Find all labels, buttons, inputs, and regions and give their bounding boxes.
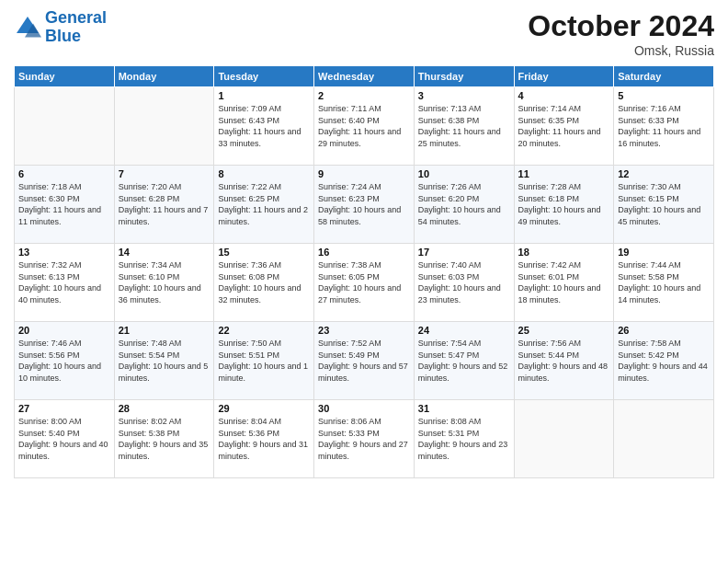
calendar-week-row: 20Sunrise: 7:46 AMSunset: 5:56 PMDayligh… <box>15 322 714 400</box>
calendar-cell: 8Sunrise: 7:22 AMSunset: 6:25 PMDaylight… <box>214 166 314 244</box>
day-info: Sunrise: 8:02 AMSunset: 5:38 PMDaylight:… <box>119 416 210 462</box>
day-info: Sunrise: 7:50 AMSunset: 5:51 PMDaylight:… <box>218 338 310 384</box>
day-number: 12 <box>618 168 710 179</box>
calendar-cell: 22Sunrise: 7:50 AMSunset: 5:51 PMDayligh… <box>214 322 314 400</box>
day-number: 20 <box>18 325 110 336</box>
day-number: 22 <box>218 325 310 336</box>
day-info: Sunrise: 7:40 AMSunset: 6:03 PMDaylight:… <box>418 259 510 305</box>
calendar-table: SundayMondayTuesdayWednesdayThursdayFrid… <box>14 65 714 478</box>
day-number: 26 <box>618 325 710 336</box>
day-info: Sunrise: 7:56 AMSunset: 5:44 PMDaylight:… <box>518 338 610 384</box>
calendar-cell: 6Sunrise: 7:18 AMSunset: 6:30 PMDaylight… <box>15 166 115 244</box>
day-number: 27 <box>18 403 110 414</box>
calendar-cell: 2Sunrise: 7:11 AMSunset: 6:40 PMDaylight… <box>314 87 415 166</box>
title-block: October 2024 Omsk, Russia <box>528 9 714 58</box>
day-info: Sunrise: 7:48 AMSunset: 5:54 PMDaylight:… <box>119 338 210 384</box>
day-info: Sunrise: 7:38 AMSunset: 6:05 PMDaylight:… <box>318 259 410 305</box>
calendar-cell: 1Sunrise: 7:09 AMSunset: 6:43 PMDaylight… <box>214 87 314 166</box>
calendar-cell: 17Sunrise: 7:40 AMSunset: 6:03 PMDayligh… <box>414 244 514 322</box>
day-info: Sunrise: 7:32 AMSunset: 6:13 PMDaylight:… <box>18 259 110 305</box>
calendar-cell: 15Sunrise: 7:36 AMSunset: 6:08 PMDayligh… <box>214 244 314 322</box>
day-info: Sunrise: 7:30 AMSunset: 6:15 PMDaylight:… <box>618 181 710 227</box>
day-number: 15 <box>218 247 310 258</box>
day-info: Sunrise: 7:16 AMSunset: 6:33 PMDaylight:… <box>618 103 710 149</box>
day-info: Sunrise: 7:58 AMSunset: 5:42 PMDaylight:… <box>618 338 710 384</box>
calendar-header-sunday: Sunday <box>15 66 115 87</box>
day-number: 17 <box>418 247 510 258</box>
day-info: Sunrise: 8:06 AMSunset: 5:33 PMDaylight:… <box>318 416 410 462</box>
day-number: 30 <box>318 403 410 414</box>
calendar-cell <box>514 400 614 478</box>
day-info: Sunrise: 7:13 AMSunset: 6:38 PMDaylight:… <box>418 103 510 149</box>
calendar-cell: 7Sunrise: 7:20 AMSunset: 6:28 PMDaylight… <box>114 166 214 244</box>
calendar-cell: 14Sunrise: 7:34 AMSunset: 6:10 PMDayligh… <box>114 244 214 322</box>
day-info: Sunrise: 8:04 AMSunset: 5:36 PMDaylight:… <box>218 416 310 462</box>
day-info: Sunrise: 7:54 AMSunset: 5:47 PMDaylight:… <box>418 338 510 384</box>
day-info: Sunrise: 7:09 AMSunset: 6:43 PMDaylight:… <box>218 103 310 149</box>
calendar-cell: 30Sunrise: 8:06 AMSunset: 5:33 PMDayligh… <box>314 400 415 478</box>
day-number: 25 <box>518 325 610 336</box>
day-number: 11 <box>518 168 610 179</box>
day-info: Sunrise: 7:11 AMSunset: 6:40 PMDaylight:… <box>318 103 410 149</box>
calendar-header-tuesday: Tuesday <box>214 66 314 87</box>
day-number: 1 <box>218 90 310 101</box>
calendar-cell: 5Sunrise: 7:16 AMSunset: 6:33 PMDaylight… <box>614 87 714 166</box>
calendar-week-row: 1Sunrise: 7:09 AMSunset: 6:43 PMDaylight… <box>15 87 714 166</box>
calendar-header-thursday: Thursday <box>414 66 514 87</box>
day-number: 14 <box>119 247 210 258</box>
day-info: Sunrise: 7:28 AMSunset: 6:18 PMDaylight:… <box>518 181 610 227</box>
day-number: 24 <box>418 325 510 336</box>
day-info: Sunrise: 7:42 AMSunset: 6:01 PMDaylight:… <box>518 259 610 305</box>
day-number: 18 <box>518 247 610 258</box>
calendar-cell: 12Sunrise: 7:30 AMSunset: 6:15 PMDayligh… <box>614 166 714 244</box>
logo-text: General Blue <box>45 9 107 46</box>
day-number: 10 <box>418 168 510 179</box>
calendar-cell <box>614 400 714 478</box>
day-info: Sunrise: 7:36 AMSunset: 6:08 PMDaylight:… <box>218 259 310 305</box>
calendar-cell: 24Sunrise: 7:54 AMSunset: 5:47 PMDayligh… <box>414 322 514 400</box>
calendar-cell: 29Sunrise: 8:04 AMSunset: 5:36 PMDayligh… <box>214 400 314 478</box>
day-info: Sunrise: 7:34 AMSunset: 6:10 PMDaylight:… <box>119 259 210 305</box>
calendar-header-wednesday: Wednesday <box>314 66 415 87</box>
day-info: Sunrise: 8:08 AMSunset: 5:31 PMDaylight:… <box>418 416 510 462</box>
calendar-week-row: 13Sunrise: 7:32 AMSunset: 6:13 PMDayligh… <box>15 244 714 322</box>
day-info: Sunrise: 7:20 AMSunset: 6:28 PMDaylight:… <box>119 181 210 227</box>
day-info: Sunrise: 7:52 AMSunset: 5:49 PMDaylight:… <box>318 338 410 384</box>
calendar-cell: 28Sunrise: 8:02 AMSunset: 5:38 PMDayligh… <box>114 400 214 478</box>
calendar-header-friday: Friday <box>514 66 614 87</box>
day-number: 5 <box>618 90 710 101</box>
calendar-cell: 21Sunrise: 7:48 AMSunset: 5:54 PMDayligh… <box>114 322 214 400</box>
day-number: 28 <box>119 403 210 414</box>
calendar-header-monday: Monday <box>114 66 214 87</box>
calendar-cell: 20Sunrise: 7:46 AMSunset: 5:56 PMDayligh… <box>15 322 115 400</box>
calendar-cell: 4Sunrise: 7:14 AMSunset: 6:35 PMDaylight… <box>514 87 614 166</box>
calendar-cell: 11Sunrise: 7:28 AMSunset: 6:18 PMDayligh… <box>514 166 614 244</box>
day-number: 23 <box>318 325 410 336</box>
day-info: Sunrise: 7:14 AMSunset: 6:35 PMDaylight:… <box>518 103 610 149</box>
calendar-cell: 31Sunrise: 8:08 AMSunset: 5:31 PMDayligh… <box>414 400 514 478</box>
month-title: October 2024 <box>528 9 714 43</box>
day-number: 16 <box>318 247 410 258</box>
day-number: 3 <box>418 90 510 101</box>
day-number: 13 <box>18 247 110 258</box>
calendar-cell: 9Sunrise: 7:24 AMSunset: 6:23 PMDaylight… <box>314 166 415 244</box>
calendar-cell: 23Sunrise: 7:52 AMSunset: 5:49 PMDayligh… <box>314 322 415 400</box>
calendar-week-row: 27Sunrise: 8:00 AMSunset: 5:40 PMDayligh… <box>15 400 714 478</box>
logo-line1: General <box>45 8 107 27</box>
calendar-cell: 3Sunrise: 7:13 AMSunset: 6:38 PMDaylight… <box>414 87 514 166</box>
location-subtitle: Omsk, Russia <box>528 43 714 58</box>
calendar-cell: 19Sunrise: 7:44 AMSunset: 5:58 PMDayligh… <box>614 244 714 322</box>
calendar-cell: 25Sunrise: 7:56 AMSunset: 5:44 PMDayligh… <box>514 322 614 400</box>
calendar-cell: 16Sunrise: 7:38 AMSunset: 6:05 PMDayligh… <box>314 244 415 322</box>
day-info: Sunrise: 7:24 AMSunset: 6:23 PMDaylight:… <box>318 181 410 227</box>
logo-line2: Blue <box>45 27 81 45</box>
logo: General Blue <box>14 9 107 46</box>
day-number: 7 <box>119 168 210 179</box>
calendar-cell: 18Sunrise: 7:42 AMSunset: 6:01 PMDayligh… <box>514 244 614 322</box>
calendar-cell: 13Sunrise: 7:32 AMSunset: 6:13 PMDayligh… <box>15 244 115 322</box>
logo-icon <box>14 14 41 41</box>
calendar-cell: 26Sunrise: 7:58 AMSunset: 5:42 PMDayligh… <box>614 322 714 400</box>
day-number: 2 <box>318 90 410 101</box>
day-info: Sunrise: 7:26 AMSunset: 6:20 PMDaylight:… <box>418 181 510 227</box>
day-info: Sunrise: 7:46 AMSunset: 5:56 PMDaylight:… <box>18 338 110 384</box>
